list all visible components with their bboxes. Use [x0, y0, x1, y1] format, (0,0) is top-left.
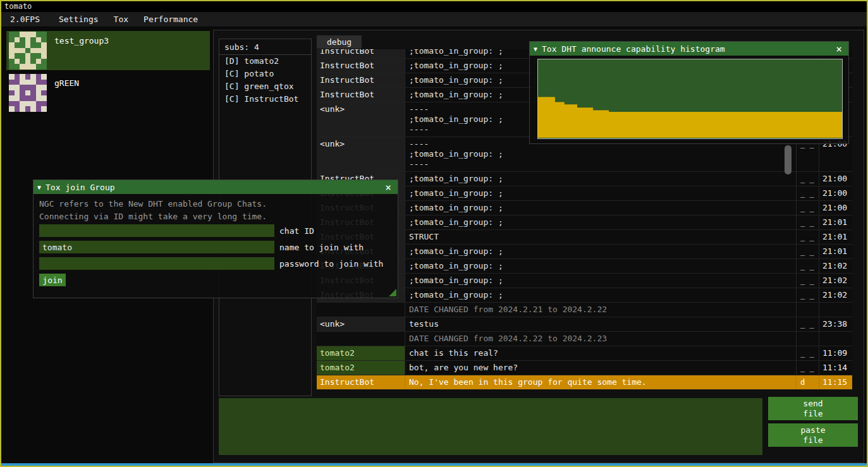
flags-cell: d [797, 375, 819, 389]
group-name: gREEN [54, 78, 79, 112]
histogram-area-series [538, 59, 842, 138]
field-row: name to join with [39, 241, 364, 253]
message-cell: ;tomato_in_group: ; [405, 172, 797, 186]
message-row: InstructBotNo, I've been in this group f… [317, 375, 852, 390]
name-to-join-with-input[interactable] [39, 241, 274, 253]
member-item[interactable]: [C] green_qtox [219, 80, 311, 93]
message-row: tomato2bot, are you new here?_ _11:14 [317, 361, 852, 375]
window-bottom-edge [1, 463, 867, 466]
collapse-arrow-icon[interactable]: ▼ [37, 184, 41, 191]
menu-item-tox[interactable]: Tox [106, 13, 136, 26]
message-input[interactable] [219, 398, 762, 455]
time-cell: 21:02 [819, 259, 852, 273]
paste-file-button[interactable]: paste file [768, 423, 858, 447]
window-titlebar[interactable]: tomato [1, 1, 867, 12]
flags-cell: _ _ [797, 346, 819, 360]
join-dialog-info-line: Connecting via ID might take a very long… [39, 212, 267, 221]
sender-cell: tomato2 [317, 346, 405, 360]
message-cell: ;tomato_in_group: ; [405, 201, 797, 215]
sender-cell [317, 303, 405, 317]
tab-debug[interactable]: debug [317, 35, 362, 49]
message-cell: ;tomato_in_group: ; [405, 215, 797, 229]
menu-item-performance[interactable]: Performance [136, 13, 205, 26]
system-message-row: DATE CHANGED from 2024.2.22 to 2024.2.23 [317, 332, 852, 346]
message-row: tomato2chat is this real?_ _11:09 [317, 346, 852, 361]
member-item[interactable]: [C] potato [219, 68, 311, 80]
histogram-window-title: Tox DHT announce capability histogram [542, 44, 833, 54]
time-cell: 21:00 [819, 172, 852, 186]
message-cell: DATE CHANGED from 2024.2.22 to 2024.2.23 [405, 332, 797, 346]
join-group-dialog: ▼ Tox join Group × NGC refers to the New… [33, 179, 398, 298]
field-label: chat ID [279, 226, 314, 236]
members-list: [D] tomato2[C] potato[C] green_qtox[C] I… [219, 55, 311, 106]
chat-id-input[interactable] [39, 224, 274, 237]
join-dialog-info-line: NGC refers to the New DHT enabled Group … [39, 199, 267, 209]
member-item[interactable]: [D] tomato2 [219, 55, 311, 68]
time-cell: 21:01 [819, 215, 852, 229]
sender-cell: tomato2 [317, 361, 405, 375]
sender-cell: InstructBot [317, 49, 405, 58]
send-file-button[interactable]: send file [768, 397, 858, 420]
time-cell: 11:15 [819, 375, 852, 389]
sender-cell: InstructBot [317, 88, 405, 102]
sender-cell: <unk> [317, 102, 405, 136]
message-cell: bot, are you new here? [405, 361, 797, 375]
flags-cell: _ _ [797, 274, 819, 288]
message-cell: ;tomato_in_group: ; [405, 245, 797, 258]
sender-cell: InstructBot [317, 73, 405, 87]
flags-cell: _ _ [797, 288, 819, 302]
message-cell: ;tomato_in_group: ; [405, 274, 797, 288]
sidebar-group-green[interactable]: gREEN [6, 73, 210, 112]
sender-cell: InstructBot [317, 375, 405, 389]
resize-grip[interactable] [389, 289, 396, 296]
time-cell: 21:01 [819, 230, 852, 244]
sidebar-group-test_group3[interactable]: test_group3 [6, 31, 210, 70]
time-cell [819, 303, 852, 317]
message-cell: chat is this real? [405, 346, 797, 360]
message-cell: ;tomato_in_group: ; [405, 186, 797, 200]
password-to-join-with-input[interactable] [39, 257, 274, 270]
identicon-green-cream [9, 32, 47, 70]
group-name: test_group3 [54, 36, 109, 70]
join-dialog-titlebar[interactable]: ▼ Tox join Group × [34, 180, 398, 194]
time-cell: 21:02 [819, 288, 852, 302]
time-cell [819, 332, 852, 346]
field-label: name to join with [279, 243, 364, 252]
close-icon[interactable]: × [833, 43, 845, 55]
collapse-arrow-icon[interactable]: ▼ [534, 45, 537, 52]
flags-cell [797, 303, 819, 317]
flags-cell: _ _ [797, 186, 819, 200]
time-cell: 21:02 [819, 274, 852, 288]
time-cell: 21:00 [819, 186, 852, 200]
message-cell: ;tomato_in_group: ; [405, 259, 797, 273]
flags-cell: _ _ [797, 172, 819, 186]
close-icon[interactable]: × [382, 181, 394, 193]
member-item[interactable]: [C] InstructBot [219, 93, 311, 106]
menubar: 2.0FPSSettingsToxPerformance [1, 12, 867, 27]
identicon-purple-cream [9, 74, 47, 112]
message-row: <unk>testus_ _23:38 [317, 317, 852, 332]
time-cell: 21:00 [819, 201, 852, 215]
sender-cell: <unk> [317, 317, 405, 331]
message-cell: No, I've been in this group for quite so… [405, 375, 797, 389]
sender-cell: InstructBot [317, 59, 405, 73]
flags-cell: _ _ [797, 317, 819, 331]
field-row: chat ID [39, 224, 314, 237]
join-dialog-title: Tox join Group [46, 183, 382, 192]
flags-cell: _ _ [797, 230, 819, 244]
join-button[interactable]: join [39, 274, 66, 286]
flags-cell: _ _ [797, 245, 819, 258]
sender-cell: <unk> [317, 137, 405, 171]
menu-item-settings[interactable]: Settings [51, 13, 106, 26]
flags-cell: _ _ [797, 215, 819, 229]
histogram-window-titlebar[interactable]: ▼ Tox DHT announce capability histogram … [530, 42, 848, 56]
field-row: password to join with [39, 257, 383, 270]
histogram-plot [537, 59, 843, 139]
message-cell: testus [405, 317, 797, 331]
system-message-row: DATE CHANGED from 2024.2.21 to 2024.2.22 [317, 303, 852, 317]
message-cell: STRUCT [405, 230, 797, 244]
time-cell: 21:01 [819, 245, 852, 258]
members-header: subs: 4 [219, 39, 311, 54]
chat-scrollbar-thumb[interactable] [785, 145, 792, 174]
flags-cell: _ _ [797, 361, 819, 375]
